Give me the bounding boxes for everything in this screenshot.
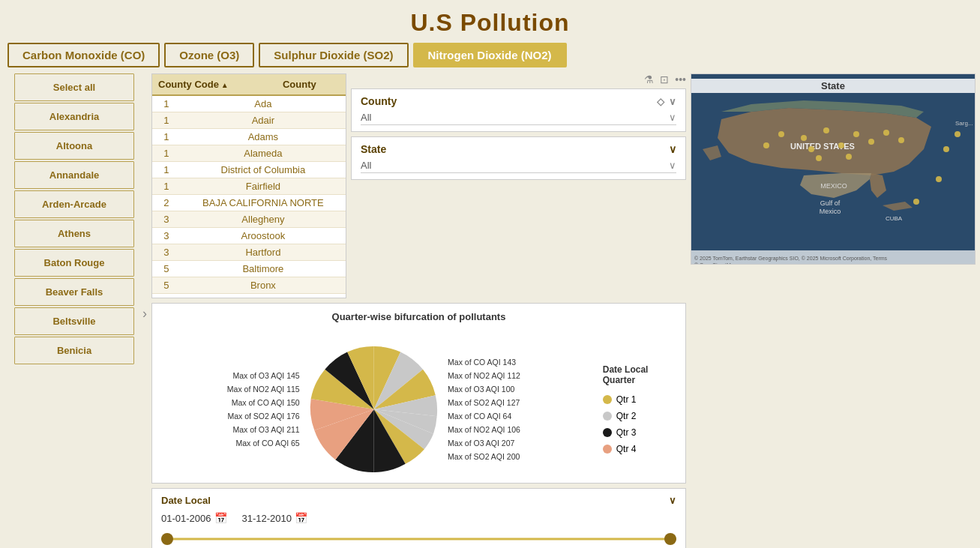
main-layout: Select allAlexandriaAltoonaAnnandaleArde… bbox=[0, 73, 980, 548]
sidebar-city-btn[interactable]: Beaver Falls bbox=[14, 278, 134, 306]
sidebar-city-btn[interactable]: Baton Rouge bbox=[14, 249, 134, 277]
table-row[interactable]: 1Alameda bbox=[152, 145, 346, 162]
col-county-code[interactable]: County Code bbox=[152, 74, 277, 95]
tab-bar: Carbon Monoxide (CO) Ozone (O3) Sulphur … bbox=[0, 43, 980, 73]
pie-label-o3-207: Max of O3 AQI 207 bbox=[448, 439, 588, 448]
svg-point-12 bbox=[778, 131, 784, 137]
table-row[interactable]: 3Aroostook bbox=[152, 228, 346, 244]
sidebar-city-btn[interactable]: Altoona bbox=[14, 132, 134, 160]
state-dropdown-arrow: ∨ bbox=[669, 160, 676, 171]
county-table-wrap: County Code County 1Ada1Adair1Adams1Alam… bbox=[151, 73, 346, 298]
expand-icon[interactable]: ⊡ bbox=[660, 73, 669, 85]
slider-thumb-right[interactable] bbox=[664, 533, 676, 545]
chart-title: Quarter-wise bifurcation of pollutants bbox=[160, 311, 678, 322]
sidebar: Select allAlexandriaAltoonaAnnandaleArde… bbox=[4, 73, 147, 548]
tab-co[interactable]: Carbon Monoxide (CO) bbox=[7, 43, 160, 67]
col-county[interactable]: County bbox=[277, 74, 346, 95]
sidebar-city-btn[interactable]: Alexandria bbox=[14, 103, 134, 130]
app-container: U.S Pollution Carbon Monoxide (CO) Ozone… bbox=[0, 0, 980, 548]
svg-point-19 bbox=[936, 176, 942, 182]
map-title: State bbox=[691, 79, 975, 93]
svg-point-20 bbox=[943, 146, 949, 152]
table-row[interactable]: 1District of Columbia bbox=[152, 162, 346, 178]
county-dropdown-arrow: ∨ bbox=[669, 112, 676, 123]
pie-label-so2-127: Max of SO2 AQI 127 bbox=[448, 398, 588, 407]
svg-text:Sarg...: Sarg... bbox=[955, 120, 973, 127]
svg-point-8 bbox=[853, 131, 859, 137]
pie-label-no2-106: Max of NO2 AQI 106 bbox=[448, 425, 588, 434]
table-row[interactable]: 3Hartford bbox=[152, 244, 346, 261]
map-svg: Gulf of Mexico UNITED STATES MEXICO CUBA bbox=[691, 74, 976, 265]
date-collapse-icon[interactable]: ∨ bbox=[669, 495, 676, 506]
center-panel: County Code County 1Ada1Adair1Adams1Alam… bbox=[151, 73, 686, 548]
pie-label-co-150: Max of CO AQI 150 bbox=[160, 398, 300, 407]
svg-point-9 bbox=[838, 142, 844, 148]
state-filter-box: State ∨ All ∨ bbox=[351, 136, 686, 180]
state-select[interactable]: All ∨ bbox=[361, 158, 676, 173]
svg-text:UNITED STATES: UNITED STATES bbox=[790, 142, 855, 151]
sidebar-city-btn[interactable]: Select all bbox=[14, 73, 134, 101]
date-end-value: 31-12-2010 bbox=[242, 513, 292, 524]
chart-legend: Date Local Quarter Qtr 1 Qtr 2 Qtr 3 bbox=[603, 364, 678, 454]
svg-text:Gulf of: Gulf of bbox=[820, 199, 841, 207]
county-table: County Code County bbox=[152, 74, 346, 96]
svg-text:Mexico: Mexico bbox=[820, 208, 841, 215]
legend-dot-qtr3 bbox=[603, 428, 612, 437]
pie-chart-svg bbox=[307, 338, 440, 481]
calendar-start-icon[interactable]: 📅 bbox=[214, 512, 227, 524]
tab-no2[interactable]: Nitrogen Dioxide (NO2) bbox=[413, 43, 567, 67]
legend-dot-qtr1 bbox=[603, 395, 612, 404]
date-end-item: 31-12-2010 📅 bbox=[242, 512, 308, 524]
county-table-scroll[interactable]: 1Ada1Adair1Adams1Alameda1District of Col… bbox=[152, 96, 346, 298]
svg-point-6 bbox=[801, 135, 807, 141]
table-row[interactable]: 5Cumberland bbox=[152, 294, 346, 298]
map-area: State Gulf of bbox=[691, 73, 976, 265]
legend-qtr2: Qtr 2 bbox=[603, 411, 678, 421]
svg-text:CUBA: CUBA bbox=[886, 215, 903, 222]
sidebar-city-btn[interactable]: Benicia bbox=[14, 337, 134, 364]
pie-label-so2-200: Max of SO2 AQI 200 bbox=[448, 452, 588, 461]
date-inputs: 01-01-2006 📅 31-12-2010 📅 bbox=[161, 512, 676, 524]
table-row[interactable]: 5Baltimore bbox=[152, 261, 346, 277]
legend-qtr3: Qtr 3 bbox=[603, 427, 678, 438]
svg-text:MEXICO: MEXICO bbox=[820, 182, 847, 190]
right-panel: State Gulf of bbox=[691, 73, 976, 548]
sidebar-city-btn[interactable]: Beltsville bbox=[14, 307, 134, 335]
table-row[interactable]: 1Ada bbox=[152, 96, 346, 112]
county-clear-icon[interactable]: ◇ bbox=[657, 96, 664, 107]
table-row[interactable]: 2BAJA CALIFORNIA NORTE bbox=[152, 195, 346, 211]
pie-label-o3-100: Max of O3 AQI 100 bbox=[448, 385, 588, 394]
county-select[interactable]: All ∨ bbox=[361, 110, 676, 125]
slider-thumb-left[interactable] bbox=[161, 533, 173, 545]
slider-track bbox=[161, 538, 676, 541]
sidebar-city-btn[interactable]: Athens bbox=[14, 220, 134, 247]
table-row[interactable]: 5Bronx bbox=[152, 277, 346, 294]
filters-panel: ⚗ ⊡ ••• County ◇ ∨ bbox=[351, 73, 686, 298]
sidebar-list: Select allAlexandriaAltoonaAnnandaleArde… bbox=[4, 73, 147, 548]
county-filter-label: County ◇ ∨ bbox=[361, 95, 676, 107]
more-icon[interactable]: ••• bbox=[675, 73, 686, 85]
date-slider[interactable] bbox=[161, 532, 676, 547]
table-row[interactable]: 1Fairfield bbox=[152, 178, 346, 195]
svg-point-10 bbox=[808, 146, 814, 152]
tab-o3[interactable]: Ozone (O3) bbox=[164, 43, 254, 67]
sidebar-city-btn[interactable]: Arden-Arcade bbox=[14, 190, 134, 218]
sidebar-city-btn[interactable]: Annandale bbox=[14, 161, 134, 189]
state-expand-icon[interactable]: ∨ bbox=[669, 143, 676, 155]
sidebar-collapse-arrow[interactable]: › bbox=[142, 306, 147, 322]
table-row[interactable]: 1Adams bbox=[152, 129, 346, 145]
filter-icon[interactable]: ⚗ bbox=[644, 73, 654, 85]
county-table-body: 1Ada1Adair1Adams1Alameda1District of Col… bbox=[152, 96, 346, 298]
legend-qtr1: Qtr 1 bbox=[603, 394, 678, 405]
table-row[interactable]: 3Allegheny bbox=[152, 211, 346, 228]
legend-label-qtr2: Qtr 2 bbox=[616, 411, 637, 421]
calendar-end-icon[interactable]: 📅 bbox=[295, 512, 307, 524]
svg-text:© OpenStreetMap: © OpenStreetMap bbox=[694, 262, 737, 265]
svg-point-17 bbox=[846, 154, 852, 160]
svg-point-15 bbox=[763, 142, 769, 148]
county-expand-icon[interactable]: ∨ bbox=[669, 96, 676, 107]
table-row[interactable]: 1Adair bbox=[152, 112, 346, 129]
svg-text:© 2025 TomTom, Earthstar Geogr: © 2025 TomTom, Earthstar Geographics SIO… bbox=[694, 256, 888, 262]
tab-so2[interactable]: Sulphur Dioxide (SO2) bbox=[259, 43, 408, 67]
pie-label-o3-211: Max of O3 AQI 211 bbox=[160, 425, 300, 434]
